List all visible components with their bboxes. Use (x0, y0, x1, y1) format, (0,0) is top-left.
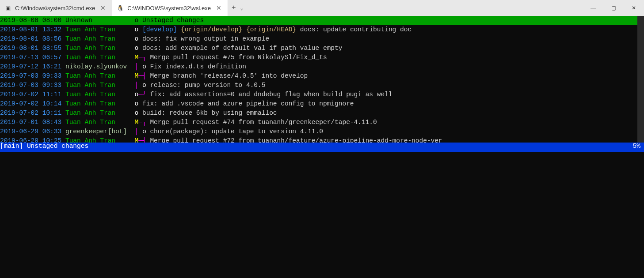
commit-date: 2019-08-01 08:55 (0, 45, 61, 52)
commit-row[interactable]: 2019-08-01 13:32 Tuan Anh Tran o [develo… (0, 25, 637, 34)
commit-message: chore(package): update tape to version 4… (150, 128, 323, 135)
commit-date: 2019-08-01 08:56 (0, 35, 61, 42)
graph-node: M─┐ (135, 119, 150, 126)
selected-commit-row[interactable]: 2019-08-08 08:00 Unknown o Unstaged chan… (0, 16, 637, 25)
commit-author: Tuan Anh Tran (65, 119, 131, 126)
graph-node: │ o (135, 128, 150, 135)
tab-dropdown-button[interactable]: ⌄ (240, 5, 243, 11)
commit-author: Tuan Anh Tran (65, 109, 131, 116)
commit-author: Tuan Anh Tran (65, 26, 131, 33)
commit-message: docs: fix wrong output in example (142, 35, 269, 42)
graph-node: o (135, 35, 142, 42)
commit-author: Tuan Anh Tran (65, 91, 131, 98)
status-bar: [main] Unstaged changes 5% (0, 143, 644, 152)
commit-date: 2019-07-13 06:57 (0, 54, 61, 61)
commit-message: Merge branch 'release/4.0.5' into develo… (150, 72, 308, 79)
commit-author: greenkeeper[bot] (65, 128, 131, 135)
commit-row[interactable]: 2019-07-03 09:33 Tuan Anh Tran M─┤ Merge… (0, 71, 637, 81)
commit-message: Merge pull request #74 from tuananh/gree… (150, 119, 377, 126)
graph-node: o (135, 109, 142, 116)
commit-author: Tuan Anh Tran (65, 35, 131, 42)
graph-node: o (135, 100, 142, 107)
commit-message: docs: add example of default val if path… (142, 45, 342, 52)
commit-author: Tuan Anh Tran (65, 54, 131, 61)
commit-row[interactable]: 2019-06-29 06:33 greenkeeper[bot] │ o ch… (0, 127, 637, 136)
graph-node: │ o (135, 82, 150, 89)
graph-node: │ o (135, 63, 150, 70)
commit-date: 2019-07-02 10:14 (0, 100, 61, 107)
new-tab-button[interactable]: + (232, 4, 236, 12)
commit-date: 2019-07-03 09:33 (0, 82, 61, 89)
title-bar: ▣C:\Windows\system32\cmd.exe✕🐧C:\WINDOWS… (0, 0, 644, 16)
commit-row[interactable]: 2019-06-20 10:25 Tuan Anh Tran M─┤ Merge… (0, 136, 637, 143)
commit-date: 2019-07-03 09:33 (0, 72, 61, 79)
tab-close-icon[interactable]: ✕ (214, 4, 223, 11)
commit-message: build: reduce 6kb by using emmalloc (142, 109, 277, 116)
commit-author: Tuan Anh Tran (65, 82, 131, 89)
tab[interactable]: 🐧C:\WINDOWS\system32\wsl.exe✕ (112, 0, 228, 16)
status-left: [main] Unstaged changes (0, 143, 88, 152)
ref-label: {origin/HEAD} (246, 26, 296, 33)
commit-message: Merge pull request #75 from NikolaySl/Fi… (150, 54, 327, 61)
commit-message: release: pump version to 4.0.5 (150, 82, 265, 89)
commit-row[interactable]: 2019-07-03 09:33 Tuan Anh Tran │ o relea… (0, 81, 637, 90)
penguin-icon: 🐧 (117, 4, 124, 11)
commit-message: fix: add .vscode and azure pipeline conf… (142, 100, 354, 107)
graph-node: M─┤ (135, 137, 150, 143)
commit-date: 2019-07-02 11:11 (0, 91, 61, 98)
commit-author: Tuan Anh Tran (65, 137, 131, 143)
commit-message: Fix index.d.ts definition (150, 63, 246, 70)
tab-title: C:\WINDOWS\system32\wsl.exe (127, 5, 211, 11)
commit-date: 2019-06-20 10:25 (0, 137, 61, 143)
commit-row[interactable]: 2019-08-01 08:55 Tuan Anh Tran o docs: a… (0, 44, 637, 53)
window-controls: — ▢ ✕ (583, 0, 644, 16)
ref-label: {origin/develop} (181, 26, 242, 33)
tab-title: C:\Windows\system32\cmd.exe (15, 5, 95, 11)
commit-message: fix: add asssertions=0 and dndebug flag … (150, 91, 392, 98)
commit-row[interactable]: 2019-07-02 10:14 Tuan Anh Tran o fix: ad… (0, 99, 637, 109)
commit-author: Tuan Anh Tran (65, 45, 131, 52)
close-button[interactable]: ✕ (624, 0, 644, 16)
commit-date: 2019-08-01 13:32 (0, 26, 61, 33)
commit-message: docs: update contributing doc (300, 26, 412, 33)
graph-node: M─┤ (135, 72, 150, 79)
commit-row[interactable]: 2019-07-02 11:11 Tuan Anh Tran o─┘ fix: … (0, 90, 637, 99)
maximize-button[interactable]: ▢ (603, 0, 624, 16)
tab[interactable]: ▣C:\Windows\system32\cmd.exe✕ (0, 0, 112, 16)
commit-message: Merge pull request #72 from tuananh/feat… (150, 137, 442, 143)
tabs-container: ▣C:\Windows\system32\cmd.exe✕🐧C:\WINDOWS… (0, 0, 228, 16)
commit-row[interactable]: 2019-07-01 08:43 Tuan Anh Tran M─┐ Merge… (0, 118, 637, 127)
commit-row[interactable]: 2019-07-02 10:11 Tuan Anh Tran o build: … (0, 109, 637, 118)
commit-row[interactable]: 2019-07-13 06:57 Tuan Anh Tran M─┐ Merge… (0, 53, 637, 62)
tab-close-icon[interactable]: ✕ (99, 4, 107, 11)
commit-date: 2019-07-01 08:43 (0, 119, 61, 126)
graph-node: o (135, 26, 142, 33)
commit-author: Tuan Anh Tran (65, 72, 131, 79)
scrollbar[interactable] (637, 16, 644, 143)
terminal-icon: ▣ (4, 4, 11, 11)
commit-date: 2019-07-02 10:11 (0, 109, 61, 116)
graph-node: o─┘ (135, 91, 150, 98)
commit-row[interactable]: 2019-08-01 08:56 Tuan Anh Tran o docs: f… (0, 34, 637, 44)
ref-label: [develop] (142, 26, 177, 33)
status-right: 5% (633, 143, 644, 152)
commit-author: Tuan Anh Tran (65, 100, 131, 107)
commit-row[interactable]: 2019-07-12 16:21 nikolay.slyunkov │ o Fi… (0, 62, 637, 71)
tab-actions: + ⌄ (228, 0, 247, 16)
commit-date: 2019-06-29 06:33 (0, 128, 61, 135)
minimize-button[interactable]: — (583, 0, 603, 16)
commit-date: 2019-07-12 16:21 (0, 63, 61, 70)
graph-node: M─┐ (135, 54, 150, 61)
terminal-content[interactable]: 2019-08-08 08:00 Unknown o Unstaged chan… (0, 16, 637, 143)
graph-node: o (135, 45, 142, 52)
commit-author: nikolay.slyunkov (65, 63, 131, 70)
